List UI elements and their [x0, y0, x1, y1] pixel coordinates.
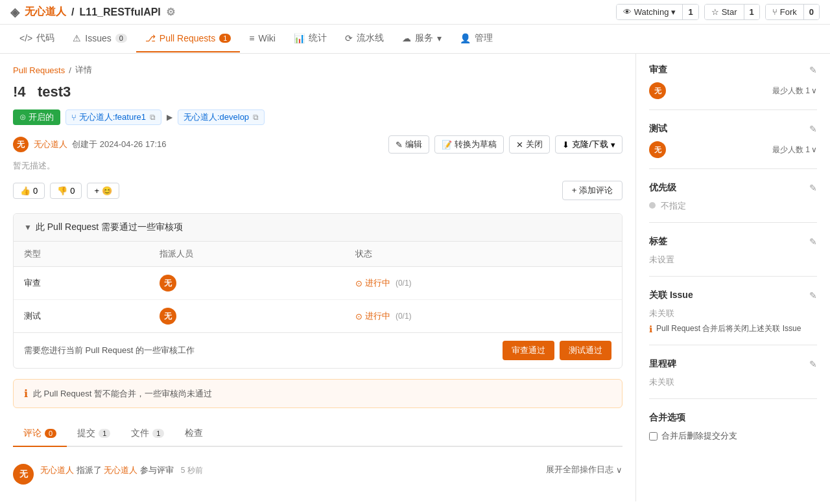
checklist-row-review: 审查 无 ⊙ 进行中 (0/1) — [14, 267, 622, 300]
issues-icon: ⚠ — [73, 33, 81, 43]
checklist-footer-text: 需要您进行当前 Pull Request 的一些审核工作 — [24, 345, 195, 356]
test-progress-icon: ⊙ — [355, 312, 362, 321]
review-assignee-initial: 无 — [164, 278, 172, 289]
sidebar-labels-header: 标签 ✎ — [649, 236, 817, 247]
tab-issues-label: Issues — [85, 33, 111, 43]
close-button[interactable]: ✕ 关闭 — [509, 135, 550, 154]
draft-icon: 📝 — [442, 140, 452, 150]
open-icon: ⊙ — [19, 112, 29, 122]
test-min-count[interactable]: 最少人数 1 ∨ — [772, 144, 817, 155]
edit-icon: ✎ — [396, 140, 403, 150]
arrow-icon: ▶ — [167, 113, 172, 122]
review-status-label: 进行中 — [365, 277, 390, 289]
pr-tab-comments-label: 评论 — [23, 428, 42, 439]
copy-source-icon[interactable]: ⧉ — [150, 113, 156, 122]
fork-count: 0 — [803, 5, 819, 19]
target-branch[interactable]: 无心道人:develop ⧉ — [178, 109, 265, 125]
test-chevron-icon: ∨ — [811, 145, 817, 154]
repo-name[interactable]: L11_RESTfulAPI — [79, 6, 160, 18]
repo-owner[interactable]: 无心道人 — [25, 5, 66, 19]
review-min-count-label: 最少人数 1 — [772, 86, 810, 97]
add-comment-button[interactable]: + 添加评论 — [562, 181, 622, 200]
row-test-assignee: 无 — [149, 300, 345, 333]
draft-button[interactable]: 📝 转换为草稿 — [434, 135, 504, 154]
source-branch-label: 无心道人:feature1 — [79, 111, 146, 123]
clone-button[interactable]: ⬇ 克隆/下载 ▾ — [555, 135, 622, 154]
fork-button[interactable]: ⑂ Fork — [766, 5, 803, 19]
pr-created-at: 创建于 2024-04-26 17:16 — [72, 139, 166, 149]
tab-code[interactable]: </> 代码 — [10, 25, 64, 53]
sidebar-milestone-section: 里程碑 ✎ 未关联 — [649, 358, 817, 399]
thumbdown-button[interactable]: 👎 0 — [50, 183, 82, 199]
row-test-type: 测试 — [14, 300, 149, 333]
activity-item: 无 无心道人 指派了 无心道人 参与评审 5 秒前 展开全部操作日志 ∨ — [13, 457, 622, 491]
pr-author[interactable]: 无心道人 — [34, 139, 67, 149]
pr-tab-commits[interactable]: 提交 1 — [67, 421, 121, 447]
main-container: Pull Requests / 详情 !4 test3 ⊙ 开启的 ⑂ 无心道人… — [0, 54, 830, 501]
pr-tab-checks[interactable]: 检查 — [174, 421, 213, 447]
tab-admin[interactable]: 👤 管理 — [451, 25, 502, 53]
sidebar-milestone-edit-icon[interactable]: ✎ — [809, 359, 817, 369]
in-progress-icon: ⊙ — [355, 279, 362, 288]
sidebar-labels-section: 标签 ✎ 未设置 — [649, 236, 817, 277]
breadcrumb-current: 详情 — [75, 64, 92, 76]
sidebar-test-title: 测试 — [649, 123, 667, 135]
tab-code-label: 代码 — [36, 32, 54, 44]
review-status-badge: ⊙ 进行中 (0/1) — [355, 277, 412, 289]
linked-issues-info-icon: ℹ — [649, 324, 652, 334]
sidebar-labels-title: 标签 — [649, 236, 667, 247]
pr-tab-comments[interactable]: 评论 0 — [13, 421, 67, 447]
close-label: 关闭 — [526, 139, 543, 150]
sidebar-labels-edit-icon[interactable]: ✎ — [809, 236, 817, 247]
content-area: Pull Requests / 详情 !4 test3 ⊙ 开启的 ⑂ 无心道人… — [0, 54, 635, 501]
expand-log-button[interactable]: 展开全部操作日志 ∨ — [546, 464, 622, 475]
nav-tabs: </> 代码 ⚠ Issues 0 ⎇ Pull Requests 1 ≡ Wi… — [0, 25, 830, 54]
edit-button[interactable]: ✎ 编辑 — [388, 135, 429, 154]
eye-icon: 👁 — [623, 7, 632, 17]
sidebar-priority-section: 优先级 ✎ 不指定 — [649, 182, 817, 223]
sidebar-milestone-value: 未关联 — [649, 376, 817, 388]
emoji-button[interactable]: + 😊 — [87, 183, 119, 199]
pr-tab-files-label: 文件 — [131, 428, 149, 439]
test-assignee-avatar: 无 — [160, 308, 176, 325]
breadcrumb-parent[interactable]: Pull Requests — [13, 65, 65, 75]
activity-user1[interactable]: 无心道人 — [40, 465, 74, 475]
thumbup-button[interactable]: 👍 0 — [13, 183, 45, 199]
tab-stats[interactable]: 📊 统计 — [285, 25, 336, 53]
chevron-clone-icon: ▾ — [611, 140, 615, 150]
activity-action: 指派了 — [77, 465, 104, 475]
pr-author-meta: 无心道人 创建于 2024-04-26 17:16 — [34, 139, 167, 150]
sidebar: 审查 ✎ 无 最少人数 1 ∨ 测试 ✎ — [635, 54, 830, 501]
review-min-count[interactable]: 最少人数 1 ∨ — [772, 86, 817, 97]
activity-user2[interactable]: 无心道人 — [104, 465, 137, 475]
copy-target-icon[interactable]: ⧉ — [253, 113, 259, 122]
sidebar-review-edit-icon[interactable]: ✎ — [809, 65, 817, 75]
delete-branch-checkbox[interactable] — [649, 432, 658, 441]
checklist-header[interactable]: ▼ 此 Pull Request 需要通过一些审核项 — [14, 214, 622, 242]
warning-icon: ℹ — [24, 387, 28, 400]
sidebar-priority-value: 不指定 — [649, 200, 817, 212]
pr-tab-commits-label: 提交 — [77, 428, 95, 439]
pr-meta: 无 无心道人 创建于 2024-04-26 17:16 ✎ 编辑 📝 转换为草稿… — [13, 135, 622, 154]
watch-button[interactable]: 👁 Watching ▾ — [617, 5, 683, 19]
emoji-icon: + 😊 — [94, 186, 112, 196]
sidebar-priority-edit-icon[interactable]: ✎ — [809, 183, 817, 193]
fork-btn-group: ⑂ Fork 0 — [765, 4, 820, 20]
settings-icon[interactable]: ⚙ — [166, 6, 175, 18]
source-branch[interactable]: ⑂ 无心道人:feature1 ⧉ — [65, 109, 161, 125]
tab-services[interactable]: ☁ 服务 ▾ — [393, 25, 451, 53]
approve-button[interactable]: 审查通过 — [503, 341, 554, 360]
tab-wiki[interactable]: ≡ Wiki — [240, 25, 285, 52]
review-user-avatar: 无 — [649, 82, 666, 99]
sidebar-linked-issues-edit-icon[interactable]: ✎ — [809, 290, 817, 301]
tab-pull-requests[interactable]: ⎇ Pull Requests 1 — [136, 25, 241, 52]
test-pass-button[interactable]: 测试通过 — [560, 341, 611, 360]
sidebar-test-edit-icon[interactable]: ✎ — [809, 124, 817, 134]
star-button[interactable]: ☆ Star — [705, 5, 744, 19]
test-status-count: (0/1) — [396, 312, 412, 321]
tab-issues[interactable]: ⚠ Issues 0 — [64, 25, 136, 52]
tab-pipeline[interactable]: ⟳ 流水线 — [336, 25, 393, 53]
author-initial: 无 — [17, 139, 25, 150]
priority-value-label: 不指定 — [661, 201, 686, 211]
pr-tab-files[interactable]: 文件 1 — [121, 421, 174, 447]
